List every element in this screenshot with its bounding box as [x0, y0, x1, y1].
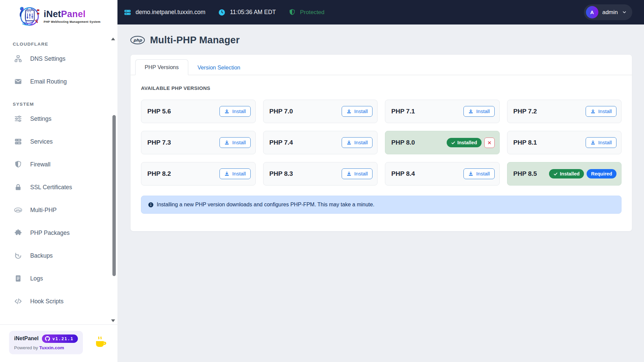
logo-text-secondary: Panel — [61, 9, 86, 19]
sliders-icon — [14, 115, 22, 123]
x-icon — [487, 140, 492, 145]
sitemap-icon — [14, 55, 22, 63]
php-version-card-php-8-5: PHP 8.5InstalledRequired — [507, 162, 622, 186]
sidebar: iNetPanel PHP Webhosting Management Syst… — [0, 0, 117, 362]
sidebar-item-services[interactable]: Services — [0, 130, 117, 153]
sidebar-section-title-system: SYSTEM — [0, 102, 117, 107]
install-button[interactable]: Install — [342, 168, 373, 179]
sidebar-item-hook-scripts[interactable]: Hook Scripts — [0, 290, 117, 313]
envelope-icon — [14, 77, 22, 86]
sidebar-item-php-packages[interactable]: PHP Packages — [0, 221, 117, 244]
sidebar-item-multi-php[interactable]: phpMulti-PHP — [0, 199, 117, 221]
shield-icon — [14, 160, 22, 168]
install-button[interactable]: Install — [463, 168, 495, 179]
server-domain: demo.inetpanel.tuxxin.com — [136, 9, 205, 16]
sidebar-scrollbar-thumb[interactable] — [112, 115, 116, 276]
sidebar-item-label: Hook Scripts — [30, 298, 63, 305]
version-actions: Install — [463, 168, 495, 179]
install-button[interactable]: Install — [463, 106, 495, 117]
info-message: Installing a new PHP version downloads a… — [157, 202, 375, 208]
lock-icon — [14, 183, 22, 191]
sidebar-item-logs[interactable]: Logs — [0, 267, 117, 290]
tab-version-selection[interactable]: Version Selection — [188, 60, 250, 75]
php-version-card-php-7-4: PHP 7.4Install — [263, 131, 378, 154]
version-actions: Install — [219, 168, 251, 179]
install-button[interactable]: Install — [219, 137, 251, 148]
user-menu[interactable]: A admin — [584, 4, 632, 20]
sidebar-item-settings[interactable]: Settings — [0, 107, 117, 130]
version-actions: Install — [219, 106, 251, 117]
sidebar-section-title-cloudflare: CLOUDFLARE — [0, 42, 117, 47]
php-version-card-php-8-3: PHP 8.3Install — [263, 162, 378, 186]
sidebar-item-label: SSL Certificates — [30, 184, 72, 191]
download-icon — [224, 109, 230, 114]
logo-globe-icon — [17, 5, 41, 28]
sidebar-item-label: PHP Packages — [30, 229, 69, 237]
remove-version-button[interactable] — [484, 138, 495, 148]
version-actions: Install — [342, 137, 373, 148]
php-version-card-php-7-1: PHP 7.1Install — [385, 100, 500, 123]
sidebar-item-email-routing[interactable]: Email Routing — [0, 70, 117, 93]
sidebar-item-label: DNS Settings — [30, 55, 65, 62]
download-icon — [346, 171, 352, 176]
php-version-name: PHP 8.3 — [269, 170, 293, 177]
app-logo[interactable]: iNetPanel PHP Webhosting Management Syst… — [0, 0, 117, 30]
install-button[interactable]: Install — [342, 137, 373, 148]
file-lines-icon — [14, 274, 22, 282]
installed-badge: Installed — [549, 169, 584, 178]
php-version-name: PHP 7.4 — [269, 139, 293, 146]
sidebar-item-label: Settings — [30, 115, 51, 122]
server-stack-icon — [14, 138, 22, 146]
footer-card: iNetPanel v1.21.1 Powered by Tuxxin.com — [9, 331, 83, 354]
php-version-card-php-7-3: PHP 7.3Install — [141, 131, 256, 154]
sidebar-scroll-down-arrow[interactable] — [111, 319, 115, 322]
version-actions: Install — [342, 106, 373, 117]
version-actions: Installed — [447, 138, 495, 148]
version-badge[interactable]: v1.21.1 — [42, 334, 78, 343]
logo-text: iNetPanel PHP Webhosting Management Syst… — [44, 10, 101, 23]
sidebar-item-dns-settings[interactable]: DNS Settings — [0, 47, 117, 70]
protected-label: Protected — [300, 9, 325, 16]
history-icon — [14, 252, 22, 260]
info-alert: Installing a new PHP version downloads a… — [141, 196, 622, 214]
install-button[interactable]: Install — [586, 137, 617, 148]
php-version-card-php-8-2: PHP 8.2Install — [141, 162, 256, 186]
powered-by-link[interactable]: Tuxxin.com — [39, 345, 64, 350]
server-info: demo.inetpanel.tuxxin.com — [124, 9, 205, 16]
install-button[interactable]: Install — [586, 106, 617, 117]
php-version-name: PHP 7.2 — [513, 108, 537, 115]
install-button[interactable]: Install — [342, 106, 373, 117]
installed-badge: Installed — [447, 138, 482, 147]
puzzle-icon — [14, 229, 22, 237]
code-icon — [14, 297, 22, 305]
sidebar-item-ssl-certificates[interactable]: SSL Certificates — [0, 176, 117, 199]
version-actions: Install — [219, 137, 251, 148]
protection-status: Protected — [289, 8, 325, 16]
sidebar-item-backups[interactable]: Backups — [0, 244, 117, 267]
chevron-down-icon — [622, 10, 627, 15]
sidebar-footer: iNetPanel v1.21.1 Powered by Tuxxin.com — [0, 324, 117, 362]
download-icon — [224, 171, 230, 176]
php-versions-grid: PHP 5.6InstallPHP 7.0InstallPHP 7.1Insta… — [141, 100, 622, 186]
php-version-name: PHP 5.6 — [147, 108, 171, 115]
powered-by: Powered by Tuxxin.com — [14, 345, 78, 350]
php-version-card-php-8-1: PHP 8.1Install — [507, 131, 622, 154]
username: admin — [602, 9, 618, 16]
sidebar-item-label: Email Routing — [30, 78, 67, 85]
php-version-card-php-8-0: PHP 8.0Installed — [385, 131, 500, 154]
current-time: 11:05:36 AM EDT — [230, 9, 276, 16]
sidebar-item-firewall[interactable]: Firewall — [0, 153, 117, 176]
tab-php-versions[interactable]: PHP Versions — [135, 59, 188, 75]
coffee-icon[interactable] — [94, 335, 108, 350]
logo-text-primary: iNet — [44, 9, 61, 19]
main-column: demo.inetpanel.tuxxin.com 11:05:36 AM ED… — [117, 0, 644, 362]
php-version-name: PHP 7.1 — [391, 108, 415, 115]
php-version-card-php-7-0: PHP 7.0Install — [263, 100, 378, 123]
install-button[interactable]: Install — [219, 168, 251, 179]
footer-app-name: iNetPanel — [14, 335, 39, 342]
sidebar-scroll-up-arrow[interactable] — [111, 38, 115, 40]
sidebar-item-label: Backups — [30, 252, 53, 259]
php-version-name: PHP 8.4 — [391, 170, 415, 177]
install-button[interactable]: Install — [219, 106, 251, 117]
check-icon — [451, 141, 455, 145]
